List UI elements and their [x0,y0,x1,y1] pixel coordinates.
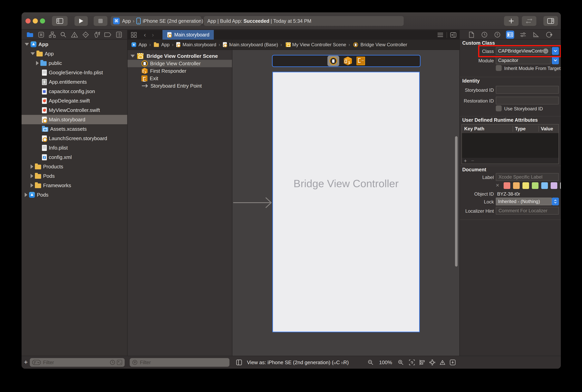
file-row-appdelegate[interactable]: AppDelegate.swift [21,96,127,106]
first-responder-cube-icon[interactable]: 1 [344,56,352,66]
run-button[interactable] [74,16,88,26]
disclosure-triangle-icon[interactable] [25,193,27,197]
window-zoom-button[interactable] [40,18,45,24]
outline-filter-field[interactable] [130,358,229,367]
inspector-divider[interactable] [459,30,460,369]
file-row-googleservice[interactable]: GoogleService-Info.plist [21,68,127,77]
color-tag-blue[interactable] [541,182,548,189]
file-row-group-app[interactable]: App [21,49,127,58]
outline-filter-input[interactable] [139,360,227,366]
symbol-navigator-icon[interactable] [48,30,56,39]
forward-chevron-icon[interactable]: › [152,31,154,38]
storyboard-id-input[interactable] [498,87,557,93]
disclosure-triangle-icon[interactable] [30,183,33,188]
module-field[interactable]: Capacitor [496,56,551,64]
navigator-divider[interactable] [127,30,127,369]
file-row-launchscreen[interactable]: LaunchScreen.storyboard [21,134,127,143]
file-row-pods-group[interactable]: Pods [21,171,127,181]
outline-row-entry-point[interactable]: Storyboard Entry Point [127,82,232,90]
zoom-in-icon[interactable] [398,360,404,365]
size-inspector-icon[interactable] [532,30,540,39]
breadcrumb-item-base[interactable]: Main.storyboard (Base) [229,42,278,48]
module-dropdown-button[interactable] [552,56,559,64]
breadcrumb-item-scene[interactable]: My View Controller Scene [292,42,346,48]
color-tag-gray[interactable] [560,182,561,189]
file-row-assets[interactable]: Assets.xcassets [21,124,127,134]
outline-row-scene[interactable]: Bridge View Controller Scene [127,52,232,60]
breadcrumb-item-file[interactable]: Main.storyboard [182,42,216,48]
navigator-filter-input[interactable] [43,360,110,366]
disclosure-triangle-icon[interactable] [25,43,29,46]
add-constraints-icon[interactable] [429,360,435,365]
align-icon[interactable] [419,360,425,365]
disclosure-triangle-icon[interactable] [30,164,33,169]
add-editor-icon[interactable] [450,32,456,38]
scheme-selector[interactable]: ⌘ App › iPhone SE (2nd generation) [111,16,201,26]
color-tag-green[interactable] [532,182,539,189]
file-row-public[interactable]: public [21,58,127,68]
stop-button[interactable] [94,16,107,26]
navigator-filter-field[interactable] [30,358,125,367]
file-row-pods-project[interactable]: Pods [21,190,127,200]
lock-stepper-button[interactable] [552,198,559,206]
disclosure-triangle-icon[interactable] [30,52,35,55]
embed-in-icon[interactable] [450,360,456,365]
jump-to-class-arrow-icon[interactable]: → [543,48,548,54]
file-row-main-storyboard-selected[interactable]: Main.storyboard [21,115,127,124]
breakpoint-navigator-icon[interactable] [104,30,112,39]
localizer-hint-field[interactable] [496,207,559,214]
issue-navigator-icon[interactable] [70,30,78,39]
related-items-icon[interactable] [131,32,137,38]
canvas-vertical-scrollbar[interactable] [455,136,458,266]
breadcrumb-item-project[interactable]: App [138,42,147,48]
history-inspector-icon[interactable] [480,30,489,39]
view-controller-view[interactable]: Bridge View Controller [272,72,420,332]
color-tag-yellow[interactable] [523,182,529,189]
recent-files-clock-icon[interactable] [110,360,115,365]
source-control-navigator-icon[interactable] [37,30,45,39]
activity-status-bar[interactable]: App | Build App: Succeeded | Today at 5:… [204,16,404,26]
outline-row-bridge-view-controller[interactable]: Bridge View Controller [127,60,232,67]
localizer-hint-input[interactable] [498,208,557,214]
lock-popup[interactable]: Inherited - (Nothing) [496,198,552,206]
tab-main-storyboard[interactable]: Main.storyboard [162,30,214,40]
breadcrumb-item-group[interactable]: App [161,42,170,48]
udra-add-button[interactable]: + [464,158,467,164]
find-navigator-icon[interactable] [59,30,67,39]
add-file-button[interactable]: + [24,358,28,366]
identity-inspector-icon[interactable] [506,30,514,39]
code-review-button[interactable] [522,16,536,26]
adjust-frames-icon[interactable] [409,360,415,365]
source-control-status-icon[interactable] [117,360,122,365]
window-minimize-button[interactable] [33,18,38,24]
toggle-navigator-button[interactable] [52,16,68,26]
project-navigator-icon[interactable] [26,30,34,39]
debug-navigator-icon[interactable] [93,30,101,39]
exit-icon[interactable] [356,57,365,65]
restoration-id-input[interactable] [498,98,557,104]
color-tag-red[interactable] [504,182,510,189]
storyboard-canvas[interactable]: 1 Bridge View Controller [232,50,460,356]
storyboard-entry-point-arrow[interactable] [233,196,272,209]
doc-label-input[interactable] [498,174,557,180]
disclosure-triangle-icon[interactable] [36,61,39,65]
zoom-out-icon[interactable] [368,360,374,365]
file-row-infoplist[interactable]: Info.plist [21,143,127,152]
toggle-outline-icon[interactable] [236,360,242,365]
class-dropdown-button[interactable] [552,47,559,55]
storyboard-id-field[interactable] [496,86,559,94]
window-close-button[interactable] [25,18,30,24]
restoration-id-field[interactable] [496,97,559,104]
file-row-project-app[interactable]: App [21,40,127,49]
file-row-entitlements[interactable]: App.entitlements [21,77,127,87]
file-row-capacitor-config[interactable]: capacitor.config.json [21,87,127,96]
inherit-module-checkbox[interactable] [496,65,502,71]
udra-remove-button[interactable]: − [471,158,474,164]
color-tag-orange[interactable] [513,182,520,189]
attributes-inspector-icon[interactable] [519,30,527,39]
connections-inspector-icon[interactable] [545,30,553,39]
udra-empty-body[interactable] [462,133,559,158]
color-tag-purple[interactable] [551,182,557,189]
report-navigator-icon[interactable] [115,30,123,39]
toggle-inspectors-button[interactable] [544,16,558,26]
